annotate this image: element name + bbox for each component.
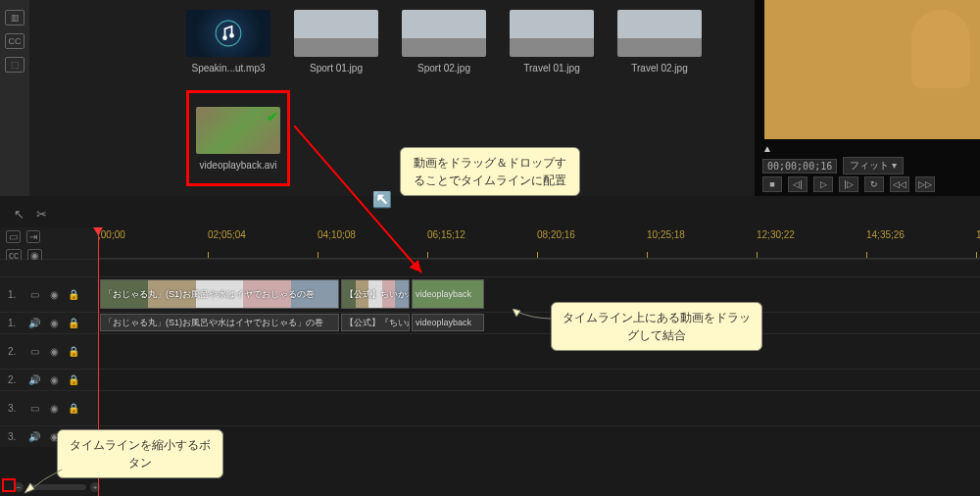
- eye-icon[interactable]: ◉: [47, 288, 61, 302]
- timeline-audio-clip[interactable]: 【公式】『ちいかわ』: [341, 314, 410, 331]
- media-thumb[interactable]: Speakin...ut.mp3: [186, 10, 270, 74]
- annotation-highlight-box: [2, 478, 16, 492]
- preview-panel: ▲ 00;00;00;16 フィット ▾ ■ ◁| ▷ |▷ ↻ ◁◁ ▷▷: [755, 0, 980, 196]
- audio-file-icon: [186, 10, 270, 57]
- track-header[interactable]: 1. ▭ ◉ 🔒: [0, 277, 98, 312]
- lock-icon[interactable]: 🔒: [67, 402, 80, 416]
- track-header[interactable]: 2. ▭ ◉ 🔒: [0, 334, 98, 369]
- stop-button[interactable]: ■: [762, 176, 782, 192]
- eye-icon[interactable]: ◉: [47, 402, 61, 416]
- preview-viewport[interactable]: [764, 0, 980, 139]
- video-track-icon: ▭: [27, 345, 41, 359]
- ruler-label: 06;15;12: [427, 229, 466, 240]
- lock-icon[interactable]: 🔒: [67, 345, 80, 359]
- annotation-callout-2: タイムライン上にある動画をドラッグして結合: [551, 302, 762, 351]
- media-thumb-label: Speakin...ut.mp3: [191, 63, 265, 74]
- annotation-callout-3: タイムラインを縮小するボタン: [57, 429, 223, 478]
- media-thumb[interactable]: Sport 02.jpg: [402, 10, 486, 74]
- track-spacer: [0, 259, 980, 276]
- video-track-2: 2. ▭ ◉ 🔒: [0, 333, 980, 369]
- media-thumb-label: Sport 02.jpg: [417, 63, 470, 74]
- timeline-clip[interactable]: videoplayback: [412, 279, 484, 309]
- timeline-audio-clip[interactable]: 「おじゃる丸」(S1)お風呂や水はイヤでおじゃる」の巻: [100, 314, 339, 331]
- track-header[interactable]: 3. ▭ ◉ 🔒: [0, 391, 98, 425]
- media-thumb[interactable]: Sport 01.jpg: [294, 10, 378, 74]
- lock-icon[interactable]: 🔒: [67, 373, 80, 387]
- track-lane[interactable]: [98, 391, 980, 425]
- ruler-label: 02;05;04: [208, 229, 246, 240]
- used-check-icon: ✔: [267, 109, 278, 124]
- ruler-label: 16;41;00: [976, 229, 980, 240]
- media-thumbnail-row: Speakin...ut.mp3 Sport 01.jpg Sport 02.j…: [186, 10, 755, 74]
- timeline-clip[interactable]: 【公式】ちいかわ超: [341, 279, 410, 309]
- image-file-icon: [402, 10, 486, 57]
- next-frame-button[interactable]: |▷: [839, 176, 858, 192]
- image-file-icon: [294, 10, 378, 57]
- eye-icon[interactable]: ◉: [47, 317, 61, 330]
- track-lane[interactable]: [98, 334, 980, 369]
- timeline-zoom-scroll: − +: [14, 482, 970, 492]
- media-thumb[interactable]: Travel 01.jpg: [510, 10, 594, 74]
- video-track-1: 1. ▭ ◉ 🔒 「おじゃる丸」(S1)お風呂や水はイヤでおじゃるの巻【公式】ち…: [0, 276, 980, 312]
- timeline-audio-clip[interactable]: videoplayback: [412, 314, 484, 331]
- timeline-ruler-row: ▭ ⇥ cc ◉ ;00;0002;05;0404;10;0806;15;120…: [0, 227, 980, 259]
- ruler-label: 12;30;22: [757, 229, 795, 240]
- timeline-view-icon[interactable]: ▭: [6, 230, 21, 243]
- select-tool-icon[interactable]: ↖: [14, 207, 24, 222]
- ruler-label: 08;20;16: [537, 229, 575, 240]
- speaker-icon: 🔊: [27, 373, 41, 387]
- ruler-label: 14;35;26: [866, 229, 905, 240]
- audio-track-2: 2. 🔊 ◉ 🔒: [0, 369, 980, 390]
- audio-track-1: 1. 🔊 ◉ 🔒 「おじゃる丸」(S1)お風呂や水はイヤでおじゃる」の巻【公式】…: [0, 312, 980, 333]
- track-number: 2.: [8, 346, 22, 357]
- track-lane[interactable]: 「おじゃる丸」(S1)お風呂や水はイヤでおじゃるの巻【公式】ちいかわ超video…: [98, 277, 980, 312]
- play-button[interactable]: ▷: [813, 176, 833, 192]
- selected-media-clip[interactable]: ✔ videoplayback.avi: [186, 90, 290, 186]
- speaker-icon: 🔊: [27, 317, 41, 330]
- svg-point-1: [222, 35, 227, 40]
- selected-media-label: videoplayback.avi: [200, 160, 277, 171]
- track-header[interactable]: 1. 🔊 ◉ 🔒: [0, 313, 98, 333]
- lock-icon[interactable]: 🔒: [67, 317, 80, 330]
- skip-back-button[interactable]: ◁◁: [890, 176, 909, 192]
- left-toolbar: ▥ CC ⬚: [0, 0, 29, 196]
- track-number: 2.: [8, 374, 22, 385]
- fx-tab-icon[interactable]: ⬚: [5, 57, 24, 73]
- track-number: 3.: [8, 431, 22, 442]
- media-thumb-label: Travel 01.jpg: [523, 63, 579, 74]
- track-number: 1.: [8, 289, 22, 300]
- media-thumb-label: Sport 01.jpg: [310, 63, 363, 74]
- skip-fwd-button[interactable]: ▷▷: [915, 176, 935, 192]
- media-tab-icon[interactable]: ▥: [5, 10, 24, 25]
- svg-point-2: [229, 33, 234, 38]
- image-file-icon: [510, 10, 594, 57]
- media-thumb-label: Travel 02.jpg: [631, 63, 687, 74]
- eye-icon[interactable]: ◉: [47, 345, 61, 359]
- track-number: 3.: [8, 403, 22, 414]
- timeline-ruler[interactable]: ;00;0002;05;0404;10;0806;15;1208;20;1610…: [98, 227, 980, 259]
- video-track-icon: ▭: [27, 288, 41, 302]
- timecode-display[interactable]: 00;00;00;16: [762, 159, 837, 174]
- prev-frame-button[interactable]: ◁|: [788, 176, 808, 192]
- eye-icon[interactable]: ◉: [47, 373, 61, 387]
- speaker-icon: 🔊: [27, 430, 41, 444]
- track-lane[interactable]: [98, 426, 980, 447]
- timeline-clip[interactable]: 「おじゃる丸」(S1)お風呂や水はイヤでおじゃるの巻: [100, 279, 339, 309]
- lock-icon[interactable]: 🔒: [67, 288, 80, 302]
- transport-controls: ■ ◁| ▷ |▷ ↻ ◁◁ ▷▷: [762, 176, 972, 192]
- cc-tab-icon[interactable]: CC: [5, 33, 24, 49]
- video-track-icon: ▭: [27, 402, 41, 416]
- media-thumb[interactable]: Travel 02.jpg: [617, 10, 702, 74]
- marker-icon: ▲: [762, 143, 772, 154]
- track-number: 1.: [8, 318, 22, 328]
- track-header[interactable]: 2. 🔊 ◉ 🔒: [0, 370, 98, 390]
- zoom-fit-select[interactable]: フィット ▾: [843, 157, 904, 174]
- svg-point-0: [216, 21, 241, 46]
- video-track-3: 3. ▭ ◉ 🔒: [0, 390, 980, 425]
- video-file-icon: ✔: [196, 107, 280, 154]
- track-lane[interactable]: [98, 370, 980, 390]
- razor-tool-icon[interactable]: ✂: [36, 207, 47, 222]
- snap-icon[interactable]: ⇥: [26, 230, 40, 243]
- ruler-label: 10;25;18: [647, 229, 685, 240]
- loop-button[interactable]: ↻: [864, 176, 884, 192]
